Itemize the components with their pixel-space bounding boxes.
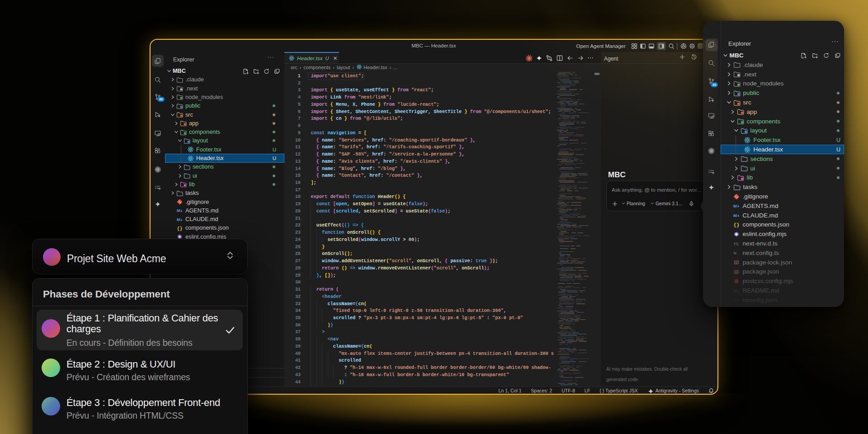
svg-text:M: M [733,213,737,218]
svg-text:M: M [177,217,180,222]
svg-text:{}: {} [733,222,739,228]
svg-text:M: M [733,288,737,293]
svg-text:TS: TS [733,298,738,302]
svg-text:N: N [733,251,736,255]
svg-text:{}: {} [177,226,182,231]
svg-text:M: M [733,203,737,208]
svg-text:M: M [177,208,180,213]
svg-text:TS: TS [733,241,738,246]
